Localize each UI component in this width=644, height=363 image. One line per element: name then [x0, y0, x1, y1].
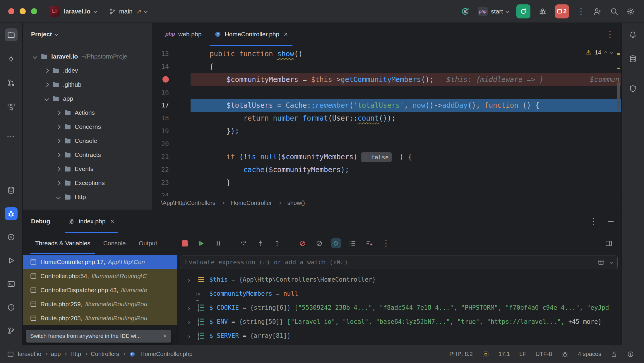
tree-item-.github[interactable]: .github — [23, 78, 152, 92]
project-widget[interactable]: LI laravel.io — [49, 6, 97, 17]
chevron-right-icon[interactable] — [56, 167, 61, 171]
zoom-window-button[interactable] — [31, 8, 37, 14]
line-number-21[interactable]: 21 — [153, 150, 191, 163]
line-number-13[interactable]: 13 — [153, 47, 191, 60]
line-number-20[interactable]: 20 — [153, 138, 191, 150]
branch-widget[interactable]: main ↗ — [109, 8, 147, 15]
structure-tool-button[interactable] — [5, 100, 18, 113]
caret-position-widget[interactable]: 17:1 — [499, 351, 510, 357]
code-with-me-button[interactable] — [593, 7, 602, 16]
warning-stripe-mark[interactable] — [617, 53, 620, 55]
evaluate-expression-input[interactable]: Evaluate expression (⏎) or add a watch (… — [180, 256, 618, 269]
database-tool-button[interactable] — [5, 184, 18, 197]
chevron-right-icon[interactable] — [56, 138, 61, 143]
chevron-right-icon[interactable] — [188, 318, 196, 325]
warning-stripe-mark[interactable] — [617, 68, 620, 69]
close-icon[interactable]: × — [160, 332, 167, 340]
breadcrumb-item[interactable]: \App\Http\Controllers — [159, 200, 217, 206]
tree-item-Contracts[interactable]: Contracts — [23, 148, 152, 162]
services-tool-button[interactable] — [5, 231, 18, 244]
database-tool-button-right[interactable] — [626, 52, 639, 65]
step-into-button[interactable] — [256, 238, 266, 248]
tree-item-app[interactable]: app — [23, 92, 152, 106]
chevron-down-icon[interactable] — [610, 261, 613, 264]
breakpoint-icon[interactable] — [162, 76, 169, 83]
chevron-right-icon[interactable] — [56, 153, 61, 157]
restart-debugger-icon[interactable] — [460, 6, 470, 16]
status-crumb[interactable]: app — [49, 351, 63, 357]
resume-button[interactable] — [197, 238, 207, 248]
add-watch-button[interactable] — [364, 238, 374, 248]
version-control-tool-button[interactable] — [5, 324, 18, 337]
tree-item-Http[interactable]: Http — [23, 190, 152, 204]
tree-item-Exceptions[interactable]: Exceptions — [23, 176, 152, 190]
variable-row-$_COOKIE[interactable]: 123$_COOKIE = {string[6]} ["55309242-238… — [178, 301, 621, 315]
chevron-right-icon[interactable] — [188, 276, 196, 283]
previous-warning-button[interactable] — [604, 51, 607, 54]
chevron-right-icon[interactable] — [56, 124, 61, 129]
chevron-down-icon[interactable] — [33, 54, 37, 59]
breadcrumb-item[interactable]: show() — [285, 200, 307, 206]
tab-output[interactable]: Output — [132, 233, 164, 254]
indent-widget[interactable]: 4 spaces — [578, 351, 601, 357]
step-out-button[interactable] — [272, 238, 282, 248]
variable-row-$this[interactable]: $this = {App\Http\Controllers\HomeContro… — [178, 273, 621, 287]
project-panel-header[interactable]: Project — [23, 23, 152, 45]
hide-inline-values-button[interactable] — [314, 238, 324, 248]
layout-settings-button[interactable] — [604, 238, 614, 248]
frame-row[interactable]: Route.php:205,Illuminate\Routing\Rou — [23, 311, 177, 325]
tree-item-Events[interactable]: Events — [23, 162, 152, 176]
status-crumb[interactable]: HomeController.php — [138, 351, 195, 357]
line-number-19[interactable]: 19 — [153, 125, 191, 138]
tree-item-.ddev[interactable]: .ddev — [23, 64, 152, 78]
variable-row-$_SERVER[interactable]: 123$_SERVER = {array[81]} — [178, 329, 621, 343]
chevron-down-icon[interactable] — [44, 96, 49, 101]
unlock-icon[interactable] — [611, 351, 618, 358]
hide-panel-button[interactable] — [608, 221, 614, 222]
status-crumb[interactable]: laravel.io — [16, 351, 43, 357]
line-number-22[interactable]: 22 — [153, 163, 191, 176]
breadcrumb-item[interactable]: HomeController — [229, 200, 274, 206]
project-tool-button[interactable] — [5, 28, 18, 41]
status-crumb[interactable]: Controllers — [89, 351, 121, 357]
tree-item-laravel.io[interactable]: laravel.io~/PhpstormProje — [23, 49, 152, 64]
exclamation-icon[interactable] — [627, 351, 634, 358]
php-version-widget[interactable]: PHP: 8.2 — [449, 351, 473, 357]
debug-more-button[interactable]: ⋮ — [381, 238, 391, 248]
debugger-status-icon[interactable] — [561, 351, 568, 358]
step-over-button[interactable] — [239, 238, 249, 248]
variable-row-$_ENV[interactable]: 123$_ENV = {string[50]} ["Laravel-io", "… — [178, 315, 621, 329]
chevron-right-icon[interactable] — [188, 332, 196, 339]
frame-row[interactable]: Controller.php:54,Illuminate\Routing\C — [23, 269, 177, 283]
line-number-14[interactable]: 14 — [153, 60, 191, 73]
more-actions-button[interactable]: ⋮ — [577, 7, 585, 16]
line-number-17[interactable]: 17 — [153, 99, 191, 112]
tab-homecontroller-php[interactable]: C HomeController.php × — [208, 23, 294, 45]
mute-breakpoints-button[interactable] — [298, 238, 308, 248]
run-configuration-selector[interactable]: php start — [478, 7, 509, 16]
show-variables-button[interactable] — [348, 238, 358, 248]
close-icon[interactable]: × — [110, 217, 114, 225]
tree-item-Console[interactable]: Console — [23, 134, 152, 148]
rerun-button[interactable] — [516, 4, 530, 18]
editor-options-button[interactable]: ⋮ — [606, 30, 614, 38]
inspection-widget[interactable]: ⚠ 14 — [586, 49, 612, 56]
line-number-18[interactable]: 18 — [153, 112, 191, 125]
debug-session-tab[interactable]: index.php × — [63, 210, 119, 233]
encoding-widget[interactable]: UTF-8 — [535, 351, 552, 357]
evaluate-expression-button[interactable] — [331, 238, 341, 248]
chevron-right-icon[interactable] — [56, 110, 61, 115]
notifications-button[interactable] — [626, 28, 639, 41]
debug-options-button[interactable]: ⋮ — [590, 217, 598, 225]
variable-row-$communityMembers[interactable]: 1001$communityMembers = null — [178, 287, 621, 301]
frame-row[interactable]: HomeController.php:17,App\Http\Con — [23, 255, 177, 269]
stop-button[interactable]: 2 — [555, 4, 569, 18]
minimize-window-button[interactable] — [20, 8, 26, 14]
line-number-23[interactable]: 23 — [153, 176, 191, 189]
line-number-16[interactable]: 16 — [153, 86, 191, 99]
line-separator-widget[interactable]: LF — [519, 351, 526, 357]
debug-tool-button[interactable] — [5, 207, 18, 220]
frames-list[interactable]: HomeController.php:17,App\Http\ConContro… — [23, 254, 178, 345]
settings-button[interactable] — [626, 7, 635, 16]
close-icon[interactable]: × — [284, 30, 288, 38]
